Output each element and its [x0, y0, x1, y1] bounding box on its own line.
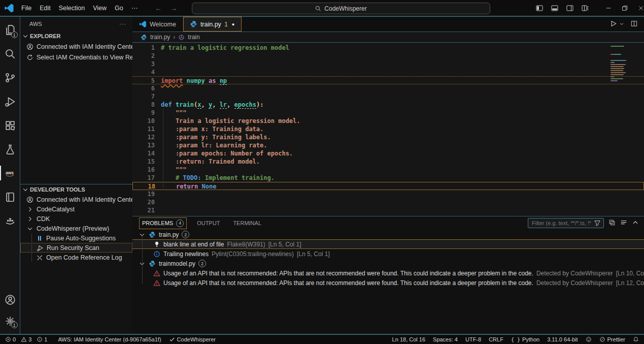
- sidebar-item-run-security-scan[interactable]: Run Security Scan: [20, 243, 132, 253]
- minimize-button[interactable]: [601, 2, 616, 15]
- problems-file-group-trainmodel-py[interactable]: trainmodel.py2: [132, 259, 644, 268]
- code-line-5[interactable]: 5import numpy as np: [132, 76, 644, 84]
- collapse-all-button[interactable]: [620, 219, 627, 228]
- line-number: 21: [132, 206, 155, 214]
- activity-testing-icon[interactable]: [0, 137, 20, 161]
- code-line-4[interactable]: 4: [132, 68, 644, 76]
- problem-row[interactable]: Usage of an API that is not recommended:…: [132, 268, 644, 278]
- sidebar-item-connected-with-iam-identity-ce[interactable]: Connected with IAM Identity Center...: [20, 41, 132, 52]
- code-line-7[interactable]: 7: [132, 92, 644, 101]
- status-python-version[interactable]: 3.11.0 64-bit: [547, 336, 578, 342]
- sidebar-item-cdk[interactable]: CDK: [20, 214, 132, 224]
- status-feedback[interactable]: [586, 336, 592, 342]
- activity-docker-icon[interactable]: [0, 209, 20, 233]
- run-python-file-button[interactable]: [609, 20, 617, 29]
- menu-file[interactable]: File: [17, 5, 36, 12]
- close-button[interactable]: [634, 2, 644, 15]
- sidebar-item-codewhisperer-preview-[interactable]: CodeWhisperer (Preview): [20, 224, 132, 233]
- problem-row[interactable]: blank line at end of fileFlake8(W391)[Ln…: [132, 239, 644, 249]
- maximize-panel-button[interactable]: [632, 219, 639, 228]
- command-center-search[interactable]: CodeWhisperer: [192, 3, 490, 14]
- panel-tab-problems[interactable]: PROBLEMS4: [140, 218, 186, 229]
- activity-aws-icon[interactable]: aws: [0, 161, 20, 185]
- editor-tab-welcome[interactable]: Welcome: [132, 17, 183, 32]
- activity-explorer-icon[interactable]: 1: [0, 18, 20, 42]
- sidebar-item-select-iam-credentials-to-view[interactable]: Select IAM Credentials to View Reso...: [20, 52, 132, 62]
- status-prettier[interactable]: Prettier: [599, 336, 625, 342]
- code-line-20[interactable]: 20: [132, 198, 644, 206]
- editor-tab-train-py[interactable]: train.py1●: [183, 17, 242, 32]
- sidebar-item-connected-with-iam-identity-ce[interactable]: Connected with IAM Identity Center...: [20, 195, 132, 204]
- search-label: CodeWhisperer: [324, 5, 366, 12]
- menu-go[interactable]: Go: [111, 5, 127, 12]
- activity-notebook-icon[interactable]: [0, 185, 20, 209]
- status-indentation[interactable]: Spaces: 4: [433, 336, 458, 342]
- panel-tab-output[interactable]: OUTPUT: [194, 218, 222, 228]
- activity-account-icon[interactable]: [0, 289, 20, 310]
- activity-search-icon[interactable]: [0, 42, 20, 66]
- toggle-primary-sidebar-button[interactable]: [532, 2, 547, 15]
- section-header-developer-tools[interactable]: DEVELOPER TOOLS: [20, 184, 132, 195]
- section-header-explorer[interactable]: EXPLORER: [20, 31, 132, 41]
- toggle-secondary-sidebar-button[interactable]: [563, 2, 577, 15]
- status-eol[interactable]: CRLF: [489, 336, 503, 342]
- minimap[interactable]: [611, 45, 633, 82]
- problems-filter-input[interactable]: [531, 220, 592, 227]
- sidebar-item-open-code-reference-log[interactable]: Open Code Reference Log: [20, 253, 132, 262]
- activity-extensions-icon[interactable]: [0, 113, 20, 137]
- code-line-9[interactable]: 9 """: [132, 109, 644, 117]
- split-editor-button[interactable]: [630, 20, 638, 29]
- panel-tab-terminal[interactable]: TERMINAL: [230, 218, 264, 228]
- code-line-18[interactable]: 18 return None: [132, 182, 644, 190]
- code-line-2[interactable]: 2: [132, 52, 644, 60]
- code-line-3[interactable]: 3: [132, 60, 644, 68]
- run-dropdown-chevron-icon[interactable]: [619, 21, 624, 28]
- problems-file-group-train-py[interactable]: train.py2: [132, 230, 644, 239]
- status-encoding[interactable]: UTF-8: [465, 336, 481, 342]
- breadcrumb-symbol[interactable]: train: [188, 34, 199, 41]
- code-line-10[interactable]: 10 Train a logistic regression model.: [132, 117, 644, 125]
- code-line-6[interactable]: 6: [132, 84, 644, 92]
- restore-button[interactable]: [618, 2, 632, 15]
- activity-source-control-icon[interactable]: [0, 66, 20, 89]
- customize-layout-button[interactable]: [578, 2, 592, 15]
- sidebar-item-pause-auto-suggestions[interactable]: Pause Auto-Suggestions: [20, 233, 132, 243]
- status-problems-summary[interactable]: 031: [5, 336, 50, 342]
- menu-view[interactable]: View: [89, 5, 111, 12]
- code-line-12[interactable]: 12 :param y: Training labels.: [132, 133, 644, 141]
- status-notifications[interactable]: [633, 336, 639, 342]
- code-line-14[interactable]: 14 :param epochs: Number of epochs.: [132, 149, 644, 158]
- view-as-table-button[interactable]: [608, 219, 616, 228]
- code-line-16[interactable]: 16 """: [132, 166, 644, 174]
- code-line-11[interactable]: 11 :param x: Training data.: [132, 125, 644, 133]
- code-line-15[interactable]: 15 :return: Trained model.: [132, 158, 644, 166]
- menu-[interactable]: ⋯: [127, 4, 142, 12]
- menu-selection[interactable]: Selection: [55, 5, 89, 12]
- activity-settings-gear-icon[interactable]: 1: [0, 310, 20, 332]
- activity-run-debug-icon[interactable]: [0, 89, 20, 113]
- code-line-17[interactable]: 17 # TODO: Implement training.: [132, 174, 644, 182]
- line-number: 14: [132, 149, 155, 158]
- code-line-19[interactable]: 19: [132, 190, 644, 198]
- sidebar-item-codecatalyst[interactable]: CodeCatalyst: [20, 204, 132, 214]
- toggle-panel-button[interactable]: [548, 2, 562, 15]
- status-aws-credentials[interactable]: AWS: IAM Identity Center (d-9067a65a1f): [58, 336, 161, 342]
- problem-row[interactable]: Usage of an API that is not recommended:…: [132, 278, 644, 288]
- code-editor[interactable]: 1# train a logistic regression model2345…: [132, 43, 644, 216]
- code-line-8[interactable]: 8def train(x, y, lr, epochs):: [132, 101, 644, 109]
- code-line-13[interactable]: 13 :param lr: Learning rate.: [132, 141, 644, 149]
- status-language-mode[interactable]: { }Python: [511, 336, 539, 342]
- problems-filter-box[interactable]: [528, 218, 604, 228]
- status-cursor-position[interactable]: Ln 18, Col 16: [392, 336, 425, 342]
- status-codewhisperer-status[interactable]: CodeWhisperer: [169, 336, 216, 342]
- forward-arrow-icon[interactable]: →: [170, 4, 177, 12]
- problem-row[interactable]: Trailing newlinesPylint(C0305:trailing-n…: [132, 249, 644, 259]
- code-line-1[interactable]: 1# train a logistic regression model: [132, 44, 644, 52]
- sidebar-more-actions-icon[interactable]: ···: [119, 21, 126, 27]
- breadcrumb-file[interactable]: train.py: [150, 34, 170, 41]
- code-line-21[interactable]: 21: [132, 206, 644, 214]
- menu-edit[interactable]: Edit: [36, 5, 55, 12]
- tab-modified-dot[interactable]: ●: [232, 22, 234, 27]
- back-arrow-icon[interactable]: ←: [155, 4, 162, 12]
- chevron-down-icon: [22, 186, 29, 193]
